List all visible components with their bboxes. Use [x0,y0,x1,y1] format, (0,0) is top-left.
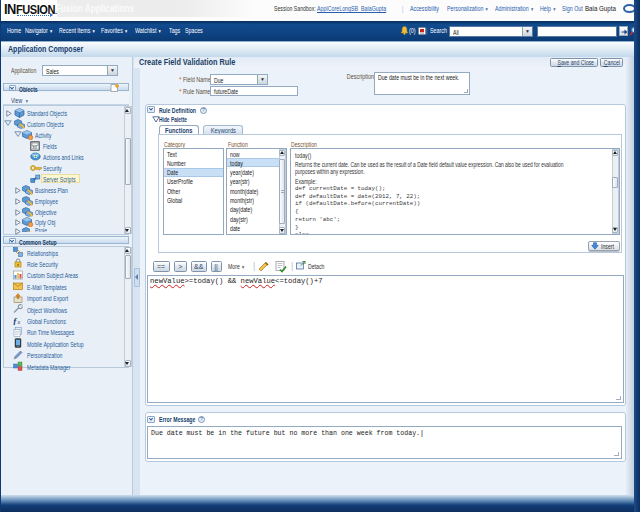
svg-text:?: ? [200,416,203,422]
svg-text:?: ? [202,107,205,113]
svg-text:x: x [16,319,20,325]
svg-text:31: 31 [32,145,37,150]
